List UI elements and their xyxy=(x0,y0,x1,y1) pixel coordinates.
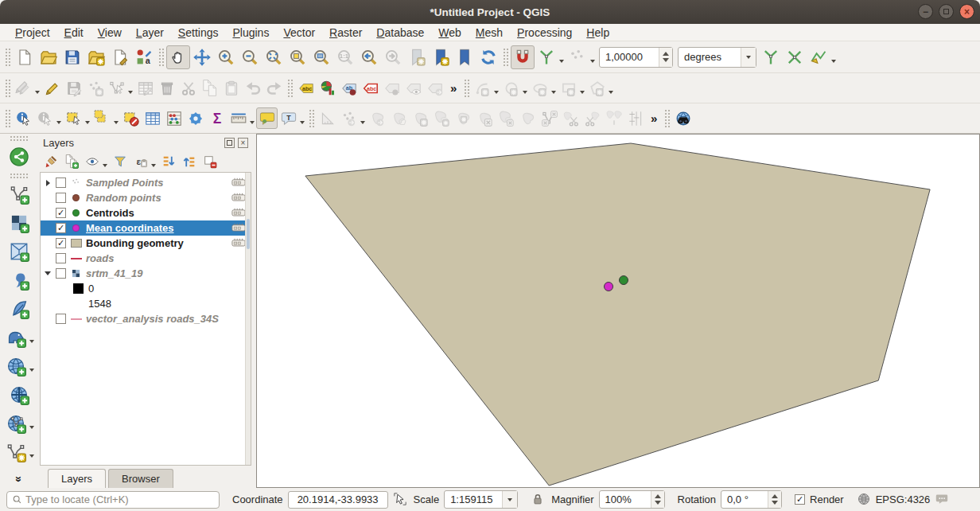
toolbar-overflow-icon[interactable]: » xyxy=(646,111,662,125)
spin-up-icon[interactable] xyxy=(772,494,778,498)
draw-regular-polygon-icon[interactable] xyxy=(586,77,608,99)
zoom-in-icon[interactable] xyxy=(214,45,238,69)
layer-visibility-checkbox[interactable] xyxy=(56,193,66,203)
delete-ring-icon[interactable] xyxy=(474,107,496,129)
topological-editing-icon[interactable] xyxy=(759,45,783,69)
move-label-icon[interactable] xyxy=(424,77,445,99)
merge-attributes-icon[interactable] xyxy=(624,107,646,129)
rotation-value[interactable]: 0,0 ° xyxy=(721,491,768,508)
dropdown-arrow-icon[interactable] xyxy=(29,340,34,343)
open-layer-styling-icon[interactable] xyxy=(41,153,60,170)
toolbar-handle[interactable] xyxy=(309,109,314,128)
add-raster-layer-icon[interactable] xyxy=(6,210,32,236)
menu-view[interactable]: View xyxy=(91,25,129,41)
spin-up-icon[interactable] xyxy=(663,52,669,56)
expand-all-icon[interactable] xyxy=(159,153,178,170)
highlight-pinned-labels-icon[interactable]: abc xyxy=(360,77,381,99)
layer-visibility-checkbox[interactable] xyxy=(56,268,66,279)
toolbar-handle[interactable] xyxy=(5,79,10,98)
dropdown-arrow-icon[interactable] xyxy=(56,121,61,124)
save-layer-edits-icon[interactable] xyxy=(63,77,84,99)
layer-visibility-checkbox[interactable] xyxy=(56,177,66,188)
toolbar-handle[interactable] xyxy=(664,109,670,128)
spin-up-icon[interactable] xyxy=(655,494,661,498)
zoom-full-extent-icon[interactable] xyxy=(262,45,286,69)
offset-curve-icon[interactable] xyxy=(539,107,560,129)
deselect-features-icon[interactable] xyxy=(120,107,142,129)
dropdown-arrow-icon[interactable] xyxy=(559,60,564,63)
add-mesh-layer-icon[interactable] xyxy=(6,239,32,264)
collapse-all-icon[interactable] xyxy=(180,153,199,170)
new-project-icon[interactable] xyxy=(13,45,37,69)
dropdown-arrow-icon[interactable] xyxy=(609,91,613,94)
coordinate-input[interactable] xyxy=(294,493,383,505)
menu-edit[interactable]: Edit xyxy=(57,25,91,41)
add-delimited-text-layer-icon[interactable] xyxy=(6,267,32,293)
zoom-native-icon[interactable]: 1:1 xyxy=(333,45,357,69)
spin-down-icon[interactable] xyxy=(772,501,778,505)
add-part-icon[interactable] xyxy=(431,107,453,129)
tracing-icon[interactable] xyxy=(807,45,830,69)
dropdown-arrow-icon[interactable] xyxy=(29,454,34,458)
rotation-spinbox[interactable]: 0,0 ° xyxy=(721,490,782,509)
rotate-feature-icon[interactable] xyxy=(367,107,388,129)
metasearch-icon[interactable] xyxy=(672,107,694,129)
show-bookmarks-icon[interactable] xyxy=(429,45,453,69)
add-ring-icon[interactable] xyxy=(410,107,431,129)
select-by-value-icon[interactable] xyxy=(91,107,113,129)
modify-attributes-icon[interactable] xyxy=(134,77,156,99)
simplify-feature-icon[interactable] xyxy=(388,107,410,129)
add-wfs-layer-icon[interactable] xyxy=(3,411,29,436)
spin-arrows[interactable] xyxy=(659,48,672,67)
maximize-button[interactable] xyxy=(939,4,954,19)
circular-string-icon[interactable] xyxy=(472,77,493,99)
scrollbar-thumb[interactable] xyxy=(247,219,250,249)
crs-status[interactable]: EPSG:4326 xyxy=(857,492,931,508)
toolbar-handle[interactable] xyxy=(503,48,508,67)
add-postgis-layer-icon[interactable] xyxy=(3,325,29,350)
toolbar-handle[interactable] xyxy=(10,173,29,178)
run-feature-action-icon[interactable] xyxy=(34,107,56,129)
field-calculator-icon[interactable] xyxy=(163,107,185,129)
redo-icon[interactable] xyxy=(263,77,285,99)
dropdown-arrow-icon[interactable] xyxy=(360,121,365,124)
menu-help[interactable]: Help xyxy=(579,25,616,41)
text-annotation-icon[interactable]: T xyxy=(278,107,299,129)
scale-ruler-icon[interactable] xyxy=(317,107,338,129)
statistics-panel-icon[interactable]: Σ xyxy=(206,107,228,129)
dropdown-arrow-icon[interactable] xyxy=(151,164,156,167)
menu-settings[interactable]: Settings xyxy=(171,25,226,41)
dropdown-arrow-icon[interactable] xyxy=(300,121,305,124)
measure-icon[interactable] xyxy=(228,107,249,129)
snapping-toggle-icon[interactable] xyxy=(511,45,535,69)
pan-map-icon[interactable] xyxy=(166,45,190,69)
dropdown-arrow-icon[interactable] xyxy=(523,91,527,94)
add-wcs-layer-icon[interactable] xyxy=(6,382,32,408)
snap-intersection-icon[interactable] xyxy=(783,45,807,69)
dropdown-arrow-icon[interactable] xyxy=(29,426,34,429)
new-virtual-layer-icon[interactable] xyxy=(3,439,29,465)
menu-raster[interactable]: Raster xyxy=(322,25,369,41)
layer-item-vector-analysis-roads[interactable]: vector_analysis roads_34S xyxy=(41,311,251,326)
layer-item-centroids[interactable]: ✓ Centroids xyxy=(41,205,251,220)
filter-by-expression-icon[interactable]: ε xyxy=(131,153,150,170)
memory-layer-icon[interactable] xyxy=(231,192,246,204)
tab-browser[interactable]: Browser xyxy=(108,469,173,488)
data-source-manager-icon[interactable] xyxy=(6,144,32,170)
layer-labeling-icon[interactable]: abc xyxy=(295,77,317,99)
cut-features-icon[interactable] xyxy=(177,77,199,99)
dropdown-arrow-icon[interactable] xyxy=(831,60,836,63)
menu-database[interactable]: Database xyxy=(369,25,431,41)
snap-tolerance-value[interactable]: 1,00000 xyxy=(600,48,659,67)
dropdown-arrow-icon[interactable] xyxy=(103,164,107,167)
layout-manager-icon[interactable] xyxy=(108,45,132,69)
combo-button[interactable] xyxy=(502,491,517,508)
render-checkbox[interactable]: ✓ xyxy=(795,494,805,505)
dropdown-arrow-icon[interactable] xyxy=(35,91,40,94)
menu-processing[interactable]: Processing xyxy=(510,25,579,41)
spin-down-icon[interactable] xyxy=(663,58,669,62)
panel-float-button[interactable] xyxy=(224,138,235,148)
paste-features-icon[interactable] xyxy=(220,77,242,99)
layer-visibility-checkbox[interactable]: ✓ xyxy=(56,238,66,248)
menu-project[interactable]: Project xyxy=(8,25,57,41)
